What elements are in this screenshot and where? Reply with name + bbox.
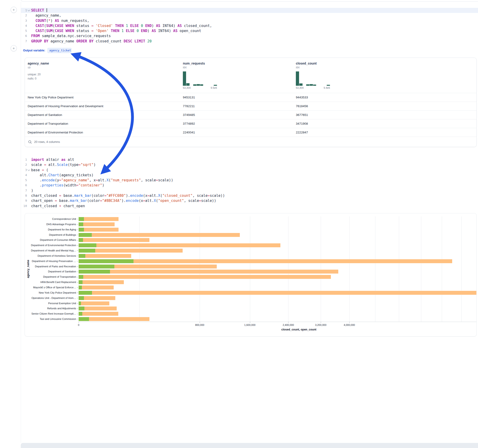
x-axis-tick-label: 0 bbox=[78, 324, 79, 326]
table-row[interactable]: New York City Police Department945313194… bbox=[25, 93, 476, 102]
bar-group bbox=[79, 274, 476, 280]
y-axis-tick bbox=[76, 269, 79, 274]
table-cell: 7618456 bbox=[293, 104, 476, 108]
code-line[interactable]: 7) bbox=[21, 188, 478, 193]
column-name[interactable]: closed_count bbox=[296, 62, 476, 65]
table-row[interactable]: Department of Environmental Protection22… bbox=[25, 128, 476, 137]
line-number: 7 bbox=[23, 188, 27, 193]
column-name[interactable]: agency_name bbox=[28, 62, 180, 65]
code-line[interactable]: 4 CAST(SUM(CASE WHEN status = 'Closed' T… bbox=[21, 23, 478, 28]
bar-open_count[interactable] bbox=[79, 280, 82, 284]
code-line[interactable]: 6FROM sample_data.nyc.service_requests bbox=[21, 33, 478, 38]
code-line[interactable]: 6 .properties(width="container") bbox=[21, 183, 478, 188]
y-axis-tick bbox=[76, 316, 79, 322]
next-cell-collapsed[interactable] bbox=[21, 443, 478, 448]
output-variable-badge[interactable]: agency_tickets bbox=[48, 48, 71, 53]
code-line[interactable]: 5 CAST(SUM(CASE WHEN status = 'Open' THE… bbox=[21, 28, 478, 33]
code-line[interactable]: 1import altair as alt bbox=[21, 157, 478, 162]
column-header-closed-count: closed_count i64 53,304 9.4e6 bbox=[293, 58, 476, 93]
table-row[interactable]: Department of Housing Preservation and D… bbox=[25, 102, 476, 110]
x-axis-tick-label: 4,000,000 bbox=[344, 324, 355, 326]
bar-closed_count[interactable] bbox=[79, 228, 119, 232]
table-cell: Department of Environmental Protection bbox=[25, 131, 180, 134]
add-cell-button-top[interactable]: + bbox=[11, 7, 17, 13]
y-axis-tick bbox=[76, 290, 79, 295]
code-line[interactable]: 4 alt.Chart(agency_tickets) bbox=[21, 173, 478, 178]
y-axis-tick bbox=[76, 248, 79, 253]
bar-open_count[interactable] bbox=[79, 233, 92, 237]
bar-open_count[interactable] bbox=[79, 270, 110, 274]
bar-open_count[interactable] bbox=[79, 265, 114, 268]
y-axis-tick bbox=[76, 274, 79, 280]
add-cell-button-output[interactable]: + bbox=[11, 45, 17, 51]
code-line[interactable]: 9chart_open = base.mark_bar(color="#8BC3… bbox=[21, 198, 478, 203]
bar-closed_count[interactable] bbox=[79, 286, 114, 289]
bar-closed_count[interactable] bbox=[79, 222, 115, 226]
bar-closed_count[interactable] bbox=[79, 280, 124, 284]
bar-closed_count[interactable] bbox=[79, 317, 149, 321]
bar-open_count[interactable] bbox=[79, 317, 89, 321]
bar-open_count[interactable] bbox=[79, 259, 133, 263]
y-axis-tick bbox=[76, 232, 79, 238]
column-name[interactable]: num_requests bbox=[183, 62, 293, 65]
bar-open_count[interactable] bbox=[79, 296, 84, 300]
bar-open_count[interactable] bbox=[79, 301, 81, 305]
y-axis-label: Department of Environmental Protection bbox=[25, 243, 76, 248]
histogram-bar bbox=[299, 83, 302, 86]
bar-closed_count[interactable] bbox=[79, 291, 477, 295]
search-icon[interactable] bbox=[28, 140, 32, 144]
bar-open_count[interactable] bbox=[79, 243, 96, 247]
bar-open_count[interactable] bbox=[79, 291, 92, 295]
bar-open_count[interactable] bbox=[79, 249, 95, 253]
bar-open_count[interactable] bbox=[79, 228, 84, 232]
line-number: 3 bbox=[23, 168, 27, 173]
code-line[interactable]: 3base = ( bbox=[21, 168, 478, 173]
bar-closed_count[interactable] bbox=[79, 254, 131, 258]
table-cell: 9453131 bbox=[180, 96, 293, 99]
code-line[interactable]: 1SELECT bbox=[21, 8, 478, 13]
bar-closed_count[interactable] bbox=[79, 270, 338, 274]
fold-chevron-icon[interactable] bbox=[27, 8, 30, 11]
sql-editor-cell[interactable]: 1SELECT 2 agency_name,3 COUNT(*) AS num_… bbox=[21, 8, 478, 44]
code-line[interactable]: 8chart_closed = base.mark_bar(color="#FF… bbox=[21, 193, 478, 198]
bar-open_count[interactable] bbox=[79, 254, 85, 258]
bar-open_count[interactable] bbox=[79, 306, 84, 311]
python-editor-cell[interactable]: 1import altair as alt2scale = alt.Scale(… bbox=[21, 157, 478, 209]
code-line[interactable]: 2scale = alt.Scale(type="sqrt") bbox=[21, 162, 478, 167]
bar-closed_count[interactable] bbox=[79, 275, 331, 279]
bar-open_count[interactable] bbox=[79, 222, 83, 226]
bar-closed_count[interactable] bbox=[79, 312, 118, 316]
bar-open_count[interactable] bbox=[79, 312, 82, 316]
chart-x-axis-title: closed_count, open_count bbox=[281, 328, 316, 331]
bar-group bbox=[79, 222, 476, 227]
y-axis-label: Taxi and Limousine Commission bbox=[25, 316, 76, 322]
bar-closed_count[interactable] bbox=[79, 259, 452, 263]
table-row[interactable]: Department of Sanitation37494853677651 bbox=[25, 110, 476, 119]
bar-closed_count[interactable] bbox=[79, 238, 149, 242]
bar-closed_count[interactable] bbox=[79, 301, 109, 305]
bar-closed_count[interactable] bbox=[79, 243, 280, 247]
histogram-bar bbox=[296, 71, 299, 86]
bar-open_count[interactable] bbox=[79, 238, 83, 242]
y-axis-label: DHS Advantage Programs bbox=[25, 222, 76, 227]
bar-open_count[interactable] bbox=[79, 275, 83, 279]
column-header-num-requests: num_requests i64 53,304 9.5e6 bbox=[180, 58, 293, 93]
code-line[interactable]: 5 .encode(y="agency_name", x=alt.X("num_… bbox=[21, 178, 478, 183]
bar-closed_count[interactable] bbox=[79, 296, 115, 300]
x-axis-tick-label: 800,000 bbox=[195, 324, 204, 326]
bar-group bbox=[79, 269, 476, 274]
y-axis-label: Operations Unit - Department of Hom… bbox=[25, 295, 76, 301]
bar-closed_count[interactable] bbox=[79, 233, 240, 237]
table-row[interactable]: Department of Transportation377489234719… bbox=[25, 119, 476, 128]
code-line[interactable]: 2 agency_name, bbox=[21, 13, 478, 18]
code-line[interactable]: 7GROUP BY agency_name ORDER BY closed_co… bbox=[21, 39, 478, 44]
code-line[interactable]: 10chart_closed + chart_open bbox=[21, 204, 478, 209]
bar-open_count[interactable] bbox=[79, 217, 84, 221]
y-axis-tick bbox=[76, 222, 79, 227]
y-axis-label: Department of Housing Preservation … bbox=[25, 259, 76, 264]
fold-chevron-icon[interactable] bbox=[27, 168, 30, 171]
code-line[interactable]: 3 COUNT(*) AS num_requests, bbox=[21, 18, 478, 23]
bar-closed_count[interactable] bbox=[79, 217, 119, 221]
table-body: New York City Police Department945313194… bbox=[25, 93, 476, 137]
bar-open_count[interactable] bbox=[79, 286, 82, 289]
